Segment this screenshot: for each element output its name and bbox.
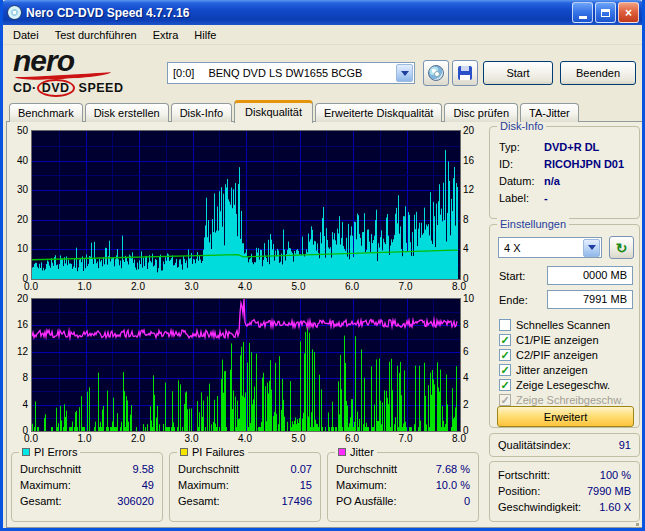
checkbox-box[interactable]: [499, 319, 511, 331]
pi-errors-title: PI Errors: [34, 446, 77, 458]
stat-row: Gesamt:306020: [12, 493, 162, 509]
save-icon: [458, 66, 472, 80]
progress-row: Fortschritt:100 %: [490, 467, 639, 483]
disk-info-group: Disk-Info Typ:DVD+R DLID:RICOHJPN D01Dat…: [489, 126, 640, 219]
speed-value: 4 X: [504, 242, 583, 254]
pi-errors-group: PI Errors Durchschnitt9.58Maximum:49Gesa…: [11, 452, 163, 522]
stat-row: Maximum:15: [170, 477, 320, 493]
checkbox-label: C2/PIF anzeigen: [516, 349, 598, 361]
checkbox-box[interactable]: ✓: [499, 349, 511, 361]
drive-name: BENQ DVD LS DW1655 BCGB: [208, 67, 396, 79]
disc-tray-button[interactable]: [423, 60, 449, 86]
start-field-label: Start:: [499, 270, 525, 282]
logo-sub1: CD·: [13, 81, 37, 95]
checkbox-label: Zeige Lesegeschw.: [516, 379, 610, 391]
pi-errors-swatch: [22, 448, 30, 456]
settings-group: Einstellungen 4 X ↻ Start: 0000 MB Ende:…: [489, 224, 640, 428]
start-field[interactable]: 0000 MB: [547, 266, 633, 285]
minimize-icon: [579, 16, 587, 19]
disk-info-row: Typ:DVD+R DL: [499, 141, 599, 153]
checkbox-c1-pie-anzeigen[interactable]: ✓C1/PIE anzeigen: [499, 332, 599, 347]
title-bar: Nero CD-DVD Speed 4.7.7.16 ×: [0, 0, 645, 25]
disk-info-row: Datum:n/a: [499, 175, 560, 187]
drive-select-arrow[interactable]: [396, 64, 413, 82]
jitter-swatch: [338, 448, 346, 456]
app-icon: [7, 5, 22, 20]
chevron-down-icon: [588, 245, 596, 254]
checkbox-box[interactable]: ✓: [499, 334, 511, 346]
jitter-group: Jitter Durchschnitt7.68 %Maximum:10.0 %P…: [327, 452, 479, 522]
tab-diskqualit-t[interactable]: Diskqualität: [234, 100, 313, 123]
maximize-icon: [601, 9, 610, 17]
menu-item-3[interactable]: Hilfe: [186, 27, 224, 43]
end-field[interactable]: 7991 MB: [547, 290, 633, 309]
speed-select[interactable]: 4 X: [498, 237, 602, 258]
maximize-button[interactable]: [595, 2, 616, 23]
drive-select[interactable]: [0:0] BENQ DVD LS DW1655 BCGB: [167, 62, 415, 84]
checkbox-box[interactable]: ✓: [499, 364, 511, 376]
nero-logo-subtitle: CD·DVD SPEED: [13, 81, 163, 95]
chevron-down-icon: [401, 71, 409, 80]
checkbox-label: Schnelles Scannen: [516, 319, 610, 331]
stat-row: Durchschnitt9.58: [12, 461, 162, 477]
checkbox-schnelles-scannen[interactable]: Schnelles Scannen: [499, 317, 610, 332]
end-field-label: Ende:: [499, 294, 528, 306]
pi-failures-rows: Durchschnitt0.07Maximum:15Gesamt:17496: [170, 453, 320, 509]
disc-icon: [428, 65, 444, 81]
erweitert-button[interactable]: Erweitert: [497, 406, 634, 427]
checkbox-label: C1/PIE anzeigen: [516, 334, 599, 346]
pie-chart: [31, 130, 461, 280]
close-button[interactable]: ×: [618, 2, 639, 23]
checkbox-c2-pif-anzeigen[interactable]: ✓C2/PIF anzeigen: [499, 347, 598, 362]
window-title: Nero CD-DVD Speed 4.7.7.16: [26, 6, 572, 20]
beenden-button[interactable]: Beenden: [560, 61, 636, 85]
quality-index-value: 91: [619, 439, 631, 451]
menu-item-1[interactable]: Test durchführen: [47, 27, 145, 43]
checkbox-zeige-lesegeschw-[interactable]: ✓Zeige Lesegeschw.: [499, 377, 610, 392]
disk-info-row: ID:RICOHJPN D01: [499, 158, 624, 170]
pi-failures-swatch: [180, 448, 188, 456]
minimize-button[interactable]: [572, 2, 593, 23]
stat-row: Durchschnitt7.68 %: [328, 461, 478, 477]
menu-item-2[interactable]: Extra: [145, 27, 187, 43]
logo-sub2: DVD: [37, 79, 75, 97]
menu-item-0[interactable]: Datei: [5, 27, 47, 43]
pif-jitter-chart: [31, 298, 461, 432]
start-button[interactable]: Start: [483, 61, 553, 85]
logo-sub3: SPEED: [75, 81, 124, 95]
drive-bus: [0:0]: [173, 67, 194, 79]
tab-strip: BenchmarkDisk erstellenDisk-InfoDiskqual…: [9, 101, 581, 122]
tab-benchmark[interactable]: Benchmark: [9, 103, 83, 122]
stat-row: Durchschnitt0.07: [170, 461, 320, 477]
tab-disc-pr-fen[interactable]: Disc prüfen: [444, 103, 518, 122]
save-button[interactable]: [452, 60, 478, 86]
stat-row: Gesamt:17496: [170, 493, 320, 509]
checkbox-box: ✓: [499, 394, 511, 406]
tab-disk-erstellen[interactable]: Disk erstellen: [85, 103, 169, 122]
jitter-title: Jitter: [350, 446, 374, 458]
tab-erweiterte-diskqualit-t[interactable]: Erweiterte Diskqualität: [315, 103, 442, 122]
refresh-button[interactable]: ↻: [609, 236, 634, 259]
stat-row: Maximum:49: [12, 477, 162, 493]
checkbox-jitter-anzeigen[interactable]: ✓Jitter anzeigen: [499, 362, 588, 377]
refresh-icon: ↻: [616, 240, 628, 256]
quality-index-label: Qualitätsindex:: [498, 439, 571, 451]
progress-rows: Fortschritt:100 %Position:7990 MBGeschwi…: [490, 462, 639, 515]
checkbox-label: Zeige Schreibgeschw.: [516, 394, 624, 406]
progress-row: Geschwindigkeit:1.60 X: [490, 499, 639, 515]
quality-index-group: Qualitätsindex: 91: [489, 433, 640, 457]
checkbox-label: Jitter anzeigen: [516, 364, 588, 376]
tab-disk-info[interactable]: Disk-Info: [171, 103, 232, 122]
pi-failures-title: PI Failures: [192, 446, 245, 458]
disk-info-row: Label:-: [499, 192, 548, 204]
tab-ta-jitter[interactable]: TA-Jitter: [520, 103, 579, 122]
app-window: Nero CD-DVD Speed 4.7.7.16 × DateiTest d…: [0, 0, 645, 531]
settings-title: Einstellungen: [497, 218, 569, 230]
progress-row: Position:7990 MB: [490, 483, 639, 499]
jitter-rows: Durchschnitt7.68 %Maximum:10.0 %PO Ausfä…: [328, 453, 478, 509]
menu-bar: DateiTest durchführenExtraHilfe: [3, 25, 642, 45]
speed-select-arrow[interactable]: [583, 239, 600, 257]
resize-grip[interactable]: [636, 523, 639, 526]
checkbox-box[interactable]: ✓: [499, 379, 511, 391]
stat-row: Maximum:10.0 %: [328, 477, 478, 493]
